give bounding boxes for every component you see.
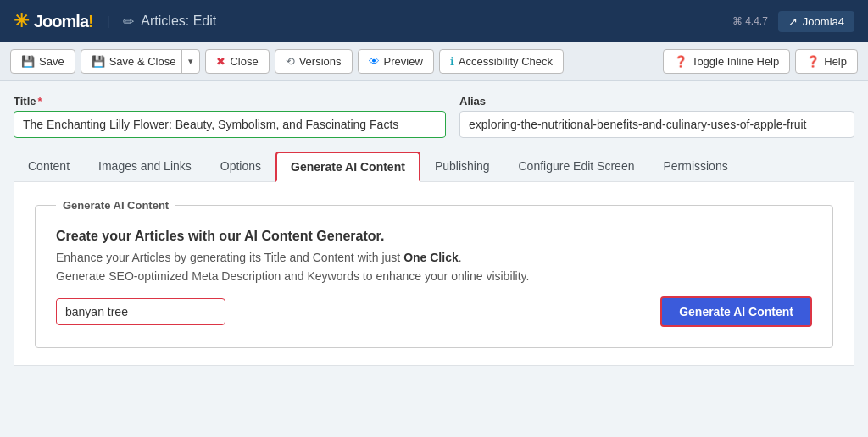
- help-icon: ❓: [806, 55, 820, 68]
- title-input[interactable]: [14, 111, 446, 138]
- alias-input[interactable]: [459, 111, 854, 138]
- ai-input-row: Generate AI Content: [56, 296, 812, 327]
- title-required: *: [38, 95, 42, 108]
- versions-icon: ⟲: [286, 55, 295, 68]
- ai-panel-body: Generate AI Content Create your Articles…: [14, 182, 854, 365]
- tab-content[interactable]: Content: [14, 152, 84, 182]
- preview-button[interactable]: 👁 Preview: [358, 49, 434, 74]
- joomla-star-icon: ✳: [14, 10, 29, 32]
- save-close-group: 💾 Save & Close ▾: [81, 49, 201, 74]
- top-bar-right: ⌘ 4.4.7 ↗ Joomla4: [732, 11, 854, 32]
- alias-label: Alias: [459, 95, 854, 108]
- preview-icon: 👁: [369, 55, 380, 68]
- tab-publishing[interactable]: Publishing: [420, 152, 504, 182]
- user-icon: ↗: [788, 15, 798, 28]
- form-title-alias-row: Title* Alias: [14, 95, 854, 138]
- user-button[interactable]: ↗ Joomla4: [778, 11, 854, 32]
- toolbar: 💾 Save 💾 Save & Close ▾ ✖ Close ⟲ Versio…: [0, 42, 868, 81]
- main-content: Title* Alias Content Images and Links Op…: [0, 81, 868, 379]
- title-label: Title*: [14, 95, 446, 108]
- tab-permissions[interactable]: Permissions: [648, 152, 742, 182]
- page-title: ✏ Articles: Edit: [123, 14, 216, 30]
- alias-group: Alias: [459, 95, 854, 138]
- save-close-button[interactable]: 💾 Save & Close: [81, 49, 187, 74]
- toggle-help-icon: ❓: [674, 55, 687, 68]
- ai-heading: Create your Articles with our AI Content…: [56, 229, 812, 244]
- top-navigation-bar: ✳ Joomla! | ✏ Articles: Edit ⌘ 4.4.7 ↗ J…: [0, 0, 868, 42]
- accessibility-icon: ℹ: [450, 55, 454, 68]
- save-button[interactable]: 💾 Save: [10, 49, 75, 74]
- page-title-text: Articles: Edit: [141, 14, 216, 29]
- title-group: Title*: [14, 95, 446, 138]
- toolbar-right-group: ❓ Toggle Inline Help ❓ Help: [663, 49, 858, 74]
- tab-configure[interactable]: Configure Edit Screen: [504, 152, 648, 182]
- ai-desc1: Enhance your Articles by generating its …: [56, 251, 812, 264]
- save-close-dropdown[interactable]: ▾: [181, 49, 200, 74]
- tab-content-area: Generate AI Content Create your Articles…: [14, 182, 854, 366]
- save-icon: 💾: [21, 55, 35, 68]
- toggle-help-button[interactable]: ❓ Toggle Inline Help: [663, 49, 790, 74]
- accessibility-button[interactable]: ℹ Accessibility Check: [439, 49, 564, 74]
- ai-desc2: Generate SEO-optimized Meta Description …: [56, 269, 812, 283]
- save-close-icon: 💾: [92, 55, 105, 68]
- versions-button[interactable]: ⟲ Versions: [275, 49, 353, 74]
- tab-options[interactable]: Options: [206, 152, 275, 182]
- help-button[interactable]: ❓ Help: [795, 49, 858, 74]
- tab-images-links[interactable]: Images and Links: [84, 152, 206, 182]
- tab-bar: Content Images and Links Options Generat…: [14, 152, 854, 182]
- version-badge: ⌘ 4.4.7: [732, 15, 768, 27]
- joomla-logo: ✳ Joomla!: [14, 10, 93, 32]
- tab-generate-ai[interactable]: Generate AI Content: [275, 152, 420, 182]
- top-bar-left: ✳ Joomla! | ✏ Articles: Edit: [14, 10, 216, 32]
- ai-panel-fieldset: Generate AI Content Create your Articles…: [35, 199, 833, 348]
- ai-panel-legend: Generate AI Content: [56, 199, 175, 212]
- ai-keyword-input[interactable]: [56, 298, 225, 325]
- edit-icon: ✏: [123, 14, 134, 30]
- generate-ai-content-button[interactable]: Generate AI Content: [660, 296, 812, 327]
- joomla-brand-text: Joomla!: [34, 12, 93, 31]
- version-icon: ⌘: [732, 15, 743, 27]
- close-button[interactable]: ✖ Close: [205, 49, 269, 74]
- close-icon: ✖: [216, 55, 225, 68]
